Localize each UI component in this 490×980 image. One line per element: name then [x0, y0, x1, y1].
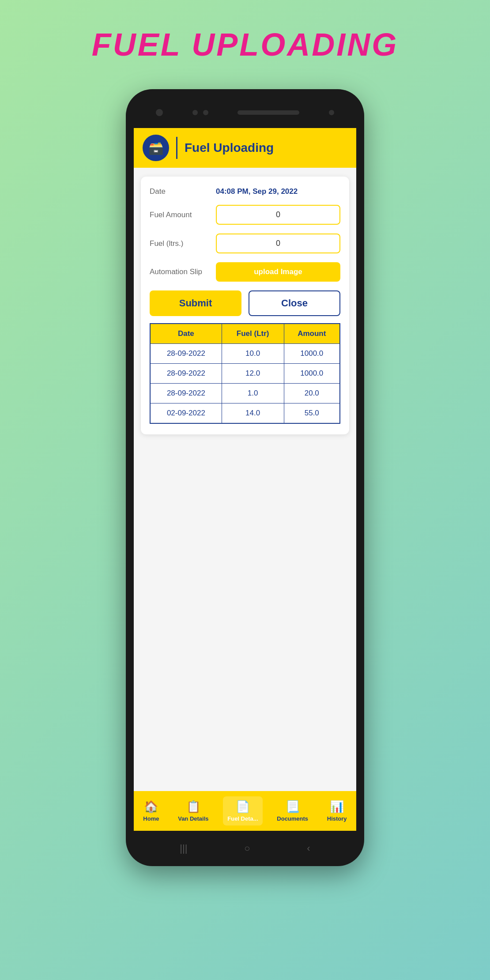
phone-bottom-bar: ||| ○ ‹ [134, 831, 356, 866]
cell-amount-0: 1000.0 [284, 344, 340, 364]
home-icon: 🏠 [144, 800, 158, 814]
phone-device: 🗃️ Fuel Uploading Date 04:08 PM, Sep 29,… [126, 89, 364, 866]
nav-fuel-details[interactable]: 📄 Fuel Deta... [223, 796, 262, 825]
cell-amount-1: 1000.0 [284, 364, 340, 384]
form-card: Date 04:08 PM, Sep 29, 2022 Fuel Amount … [141, 177, 349, 434]
gesture-recent: ‹ [307, 843, 310, 854]
phone-screen: 🗃️ Fuel Uploading Date 04:08 PM, Sep 29,… [134, 128, 356, 831]
documents-icon: 📃 [286, 800, 300, 814]
col-header-amount: Amount [284, 324, 340, 344]
fuel-amount-label: Fuel Amount [150, 211, 211, 219]
phone-speaker [237, 110, 299, 115]
fuel-data-table: Date Fuel (Ltr) Amount 28-09-2022 10.0 1… [150, 323, 340, 424]
nav-documents-label: Documents [277, 815, 308, 822]
front-camera [329, 110, 334, 115]
cell-amount-3: 55.0 [284, 403, 340, 424]
sensor-dot [192, 110, 198, 115]
screen-scroll-area[interactable]: Date 04:08 PM, Sep 29, 2022 Fuel Amount … [134, 168, 356, 791]
table-row: 28-09-2022 1.0 20.0 [150, 384, 340, 403]
date-value: 04:08 PM, Sep 29, 2022 [216, 187, 298, 196]
nav-history[interactable]: 📊 History [323, 796, 351, 825]
nav-fuel-details-label: Fuel Deta... [227, 815, 258, 822]
phone-top-bar [134, 97, 356, 128]
action-row: Submit Close [150, 290, 340, 316]
nav-van-details-label: Van Details [178, 815, 208, 822]
header-divider [176, 137, 177, 159]
cell-amount-2: 20.0 [284, 384, 340, 403]
date-label: Date [150, 187, 211, 196]
cell-fuel-0: 10.0 [222, 344, 284, 364]
fuel-ltrs-input[interactable] [216, 234, 340, 253]
cell-date-1: 28-09-2022 [150, 364, 222, 384]
fuel-ltrs-row: Fuel (ltrs.) [150, 234, 340, 253]
fuel-amount-row: Fuel Amount [150, 205, 340, 225]
nav-documents[interactable]: 📃 Documents [272, 796, 313, 825]
phone-sensors [192, 110, 208, 115]
table-row: 28-09-2022 10.0 1000.0 [150, 344, 340, 364]
nav-home[interactable]: 🏠 Home [139, 796, 163, 825]
table-header-row: Date Fuel (Ltr) Amount [150, 324, 340, 344]
page-title: FUEL UPLOADING [92, 26, 399, 63]
upload-image-button[interactable]: upload Image [216, 262, 340, 282]
gesture-back: ||| [180, 843, 187, 854]
fuel-ltrs-label: Fuel (ltrs.) [150, 239, 211, 248]
fuel-amount-input[interactable] [216, 205, 340, 225]
logo-icon: 🗃️ [148, 141, 164, 155]
van-details-icon: 📋 [186, 800, 200, 814]
cell-fuel-1: 12.0 [222, 364, 284, 384]
table-row: 02-09-2022 14.0 55.0 [150, 403, 340, 424]
camera-dot [156, 109, 163, 116]
gesture-home: ○ [244, 843, 250, 854]
submit-button[interactable]: Submit [150, 290, 241, 316]
bottom-nav: 🏠 Home 📋 Van Details 📄 Fuel Deta... 📃 Do… [134, 791, 356, 831]
nav-van-details[interactable]: 📋 Van Details [173, 796, 213, 825]
cell-date-0: 28-09-2022 [150, 344, 222, 364]
col-header-fuel: Fuel (Ltr) [222, 324, 284, 344]
nav-home-label: Home [143, 815, 159, 822]
close-button[interactable]: Close [249, 290, 340, 316]
fuel-details-icon: 📄 [236, 800, 250, 814]
sensor-dot-2 [203, 110, 208, 115]
app-logo: 🗃️ [143, 135, 169, 161]
cell-fuel-2: 1.0 [222, 384, 284, 403]
app-header-title: Fuel Uploading [185, 141, 274, 155]
cell-fuel-3: 14.0 [222, 403, 284, 424]
app-header: 🗃️ Fuel Uploading [134, 128, 356, 168]
automation-slip-row: Automation Slip upload Image [150, 262, 340, 282]
cell-date-2: 28-09-2022 [150, 384, 222, 403]
history-icon: 📊 [330, 800, 344, 814]
table-row: 28-09-2022 12.0 1000.0 [150, 364, 340, 384]
automation-slip-label: Automation Slip [150, 268, 211, 276]
date-row: Date 04:08 PM, Sep 29, 2022 [150, 187, 340, 196]
col-header-date: Date [150, 324, 222, 344]
nav-history-label: History [327, 815, 347, 822]
cell-date-3: 02-09-2022 [150, 403, 222, 424]
